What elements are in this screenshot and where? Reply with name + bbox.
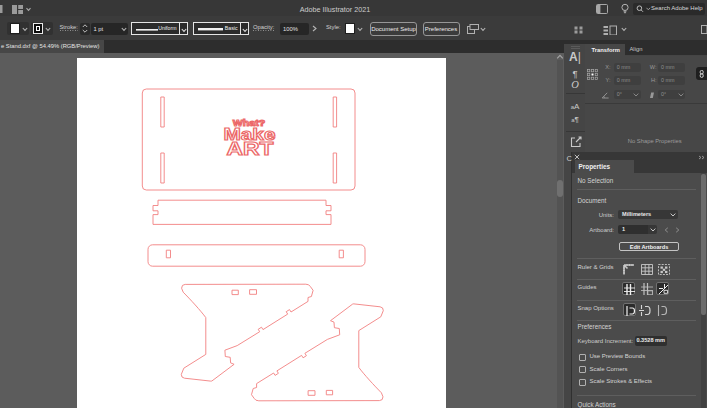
svg-text:ART: ART: [227, 138, 274, 159]
